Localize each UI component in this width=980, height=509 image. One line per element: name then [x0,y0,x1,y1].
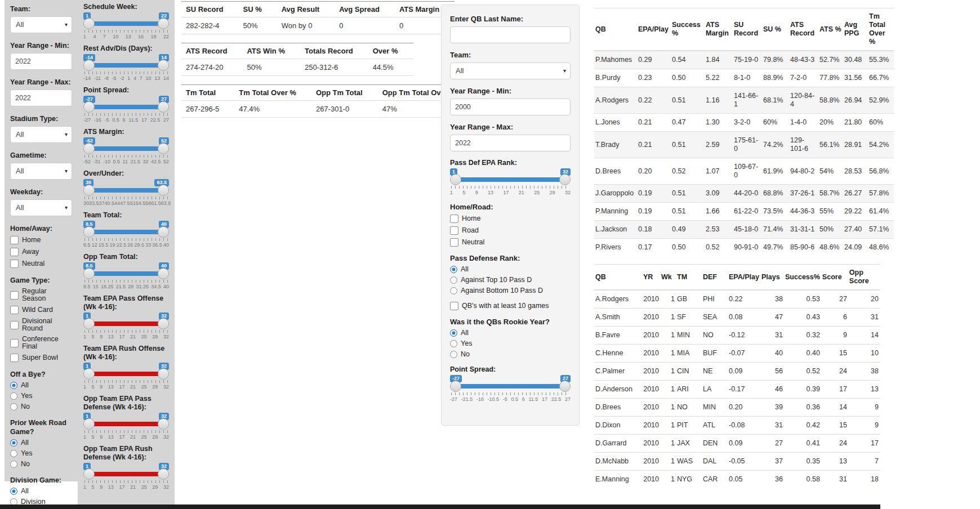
prior-week-road-game-option-0[interactable]: All [10,439,72,447]
game-type-option-1[interactable]: Wild Card [10,306,72,314]
off-a-bye-option-0[interactable]: All [10,382,72,389]
rookie-year-label: Was it the QBs Rookie Year? [450,318,571,327]
home-road-checkbox-1[interactable] [450,226,458,235]
rookie-year-option-0[interactable]: All [450,329,571,337]
prior-week-road-game-radio-0[interactable] [10,439,17,447]
team-total-handle-left[interactable] [83,226,95,238]
game-type-checkbox-4[interactable] [10,354,19,362]
game-type-option-2[interactable]: Divisional Round [10,318,72,332]
home-road-option-2[interactable]: Neutral [450,238,571,247]
qb-min-10-games-option-0[interactable]: QB's with at least 10 games [450,302,571,310]
game-type-option-label-3: Conference Final [22,336,72,350]
game-type-checkbox-0[interactable] [10,291,19,300]
prior-week-road-game-radio-1[interactable] [10,450,17,457]
home-away-checkbox-0[interactable] [10,236,19,244]
off-a-bye-radio-0[interactable] [10,382,17,389]
off-a-bye-radio-2[interactable] [10,403,17,410]
ats-margin-handle-left[interactable] [83,143,95,154]
rookie-year-option-2[interactable]: No [450,351,571,358]
year-range-max-input[interactable] [10,90,72,106]
table-row: P.Mahomes0.290.541.8475-19-079.8%48-43-3… [594,51,894,69]
pass-defense-rank-radio-0[interactable] [450,266,457,273]
rookie-year-radio-2[interactable] [450,351,457,358]
home-away-option-label-0: Home [22,236,41,244]
team-epa-rush-offense-handle-right[interactable] [158,368,169,379]
prior-week-road-game-option-1[interactable]: Yes [10,450,72,457]
pass-defense-rank-option-1[interactable]: Against Top 10 Pass D [450,276,571,284]
weekday-select[interactable]: All▾ [10,199,72,216]
home-away-option-1[interactable]: Away [10,248,72,256]
qb-team-select[interactable]: All▾ [450,62,571,79]
qb-point-spread-bar [455,384,565,389]
opp-team-epa-rush-defense-bar [88,472,164,476]
off-a-bye-radio-1[interactable] [10,392,17,400]
home-road-option-0[interactable]: Home [450,215,571,223]
pass-defense-rank-radio-2[interactable] [450,287,457,294]
pass-def-epa-rank-group: Pass Def EPA Rank:132159131721252932 [450,159,571,195]
pass-defense-rank-option-2[interactable]: Against Bottom 10 Pass D [450,287,571,294]
rookie-year-radio-0[interactable] [450,329,457,337]
qb-stats-table-header-1: EPA/Play [637,8,671,51]
division-game-radio-0[interactable] [10,488,17,495]
team-epa-rush-offense-handle-left[interactable] [83,368,95,379]
prior-week-road-game-option-2[interactable]: No [10,461,72,468]
home-away-checkbox-2[interactable] [10,260,19,268]
point-spread-handle-right[interactable] [158,101,169,113]
point-spread-handle-left[interactable] [83,101,95,113]
opp-team-epa-pass-defense-handle-left[interactable] [83,418,95,430]
table-row: A.Rodgers20101GBPHI0.22380.532720 [594,290,880,309]
su-summary-header-1: SU % [238,2,277,17]
game-type-option-4[interactable]: Super Bowl [10,354,72,362]
division-game-option-0[interactable]: All [10,488,72,495]
pass-def-epa-rank-handle-left[interactable] [450,174,461,185]
year-range-min-input[interactable] [10,53,72,70]
game-type-checkbox-2[interactable] [10,321,19,329]
rest-adv-dis-handle-right[interactable] [158,60,169,71]
gametime-select[interactable]: All▾ [10,163,72,180]
game-type-checkbox-3[interactable] [10,339,19,347]
schedule-week-handle-right[interactable] [158,18,169,29]
game-type-option-0[interactable]: Regular Season [10,288,72,302]
horizontal-scrollbar[interactable] [0,504,880,509]
qb-last-name-input[interactable] [450,26,571,43]
home-away-option-2[interactable]: Neutral [10,260,72,268]
game-type-option-3[interactable]: Conference Final [10,336,72,350]
team-epa-pass-offense-handle-left[interactable] [83,318,95,329]
home-road-option-1[interactable]: Road [450,226,571,235]
home-away-option-0[interactable]: Home [10,236,72,244]
pass-def-epa-rank-handle-right[interactable] [559,174,571,185]
team-epa-pass-offense-handle-right[interactable] [158,318,169,329]
over-under-handle-right[interactable] [158,185,169,196]
schedule-week-handle-left[interactable] [83,18,95,29]
qb-year-range-min-input[interactable] [450,99,571,115]
opp-team-epa-pass-defense-handle-right[interactable] [158,418,169,430]
stadium-type-select[interactable]: All▾ [10,126,72,143]
opp-team-epa-rush-defense-handle-left[interactable] [83,468,95,480]
qb-min-10-games-checkbox-0[interactable] [450,302,458,310]
qb-year-range-max-input[interactable] [450,135,571,151]
home-away-checkbox-1[interactable] [10,248,19,256]
ats-margin-handle-right[interactable] [158,143,169,154]
team-total-handle-right[interactable] [158,226,169,238]
point-spread-slider: Point Spread:-2727-27-16-50.5611.51722.5… [83,86,169,123]
rest-adv-dis-handle-left[interactable] [83,60,95,71]
pass-defense-rank-radio-1[interactable] [450,276,457,284]
over-under-handle-left[interactable] [83,185,95,196]
home-road-checkbox-2[interactable] [450,238,458,247]
home-road-checkbox-0[interactable] [450,215,458,223]
prior-week-road-game-radio-2[interactable] [10,461,17,468]
rookie-year-radio-1[interactable] [450,340,457,347]
game-type-checkbox-1[interactable] [10,306,19,314]
team-select[interactable]: All▾ [10,16,72,33]
opp-team-total-tick-labels: 8.51518.2521.52831.2534.540 [83,284,169,289]
slider-filters-panel: Schedule Week:1221471013161922Rest Adv/D… [78,0,175,504]
pass-defense-rank-option-0[interactable]: All [450,266,571,273]
off-a-bye-option-2[interactable]: No [10,403,72,410]
qb-point-spread-handle-right[interactable] [559,381,571,392]
opp-team-total-handle-right[interactable] [158,268,169,279]
opp-team-total-handle-left[interactable] [83,268,95,279]
qb-point-spread-handle-left[interactable] [450,381,461,392]
opp-team-epa-rush-defense-handle-right[interactable] [158,468,169,480]
rookie-year-option-1[interactable]: Yes [450,340,571,347]
off-a-bye-option-1[interactable]: Yes [10,392,72,400]
